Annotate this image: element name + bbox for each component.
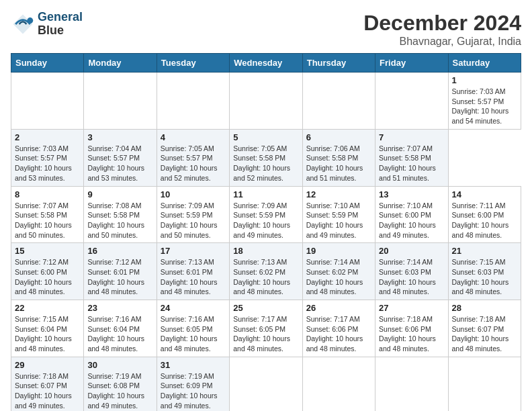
day-number: 5 bbox=[233, 132, 298, 142]
day-content: Sunrise: 7:16 AMSunset: 6:04 PMDaylight:… bbox=[87, 315, 144, 353]
day-number: 8 bbox=[15, 189, 80, 199]
empty-cell bbox=[448, 357, 521, 411]
day-number: 24 bbox=[161, 303, 226, 313]
day-number: 15 bbox=[15, 246, 80, 256]
calendar-week-6: 29Sunrise: 7:18 AMSunset: 6:07 PMDayligh… bbox=[11, 357, 521, 411]
calendar-table: SundayMondayTuesdayWednesdayThursdayFrid… bbox=[11, 53, 521, 411]
day-number: 23 bbox=[87, 303, 152, 313]
day-content: Sunrise: 7:13 AMSunset: 6:02 PMDaylight:… bbox=[233, 258, 290, 295]
logo-text: General Blue bbox=[38, 11, 83, 38]
day-content: Sunrise: 7:19 AMSunset: 6:09 PMDaylight:… bbox=[161, 372, 218, 410]
day-number: 9 bbox=[87, 189, 152, 199]
day-cell-19: 19Sunrise: 7:14 AMSunset: 6:02 PMDayligh… bbox=[302, 243, 375, 300]
day-content: Sunrise: 7:15 AMSunset: 6:04 PMDaylight:… bbox=[15, 315, 72, 353]
empty-cell bbox=[157, 73, 229, 130]
day-content: Sunrise: 7:18 AMSunset: 6:06 PMDaylight:… bbox=[379, 315, 436, 353]
header-tuesday: Tuesday bbox=[157, 54, 229, 73]
day-number: 1 bbox=[452, 75, 517, 85]
day-number: 21 bbox=[452, 246, 517, 256]
day-number: 17 bbox=[161, 246, 226, 256]
day-content: Sunrise: 7:03 AMSunset: 5:57 PMDaylight:… bbox=[15, 144, 72, 182]
month-title: December 2024 bbox=[363, 11, 521, 36]
day-number: 25 bbox=[233, 303, 298, 313]
logo: General Blue bbox=[11, 11, 83, 38]
day-content: Sunrise: 7:14 AMSunset: 6:03 PMDaylight:… bbox=[379, 258, 436, 295]
day-number: 11 bbox=[233, 189, 298, 199]
day-cell-20: 20Sunrise: 7:14 AMSunset: 6:03 PMDayligh… bbox=[375, 243, 448, 300]
day-number: 19 bbox=[306, 246, 371, 256]
day-content: Sunrise: 7:16 AMSunset: 6:05 PMDaylight:… bbox=[161, 315, 218, 353]
day-number: 13 bbox=[379, 189, 444, 199]
logo-icon bbox=[11, 12, 35, 36]
day-content: Sunrise: 7:17 AMSunset: 6:05 PMDaylight:… bbox=[233, 315, 290, 353]
day-content: Sunrise: 7:18 AMSunset: 6:07 PMDaylight:… bbox=[452, 315, 509, 353]
empty-cell bbox=[302, 73, 375, 130]
day-cell-21: 21Sunrise: 7:15 AMSunset: 6:03 PMDayligh… bbox=[448, 243, 521, 300]
day-content: Sunrise: 7:10 AMSunset: 6:00 PMDaylight:… bbox=[379, 201, 436, 239]
header-saturday: Saturday bbox=[448, 54, 521, 73]
day-cell-23: 23Sunrise: 7:16 AMSunset: 6:04 PMDayligh… bbox=[84, 300, 157, 357]
day-content: Sunrise: 7:12 AMSunset: 6:00 PMDaylight:… bbox=[15, 258, 72, 295]
day-number: 6 bbox=[306, 132, 371, 142]
calendar-week-3: 8Sunrise: 7:07 AMSunset: 5:58 PMDaylight… bbox=[11, 186, 521, 243]
calendar-week-4: 15Sunrise: 7:12 AMSunset: 6:00 PMDayligh… bbox=[11, 243, 521, 300]
day-number: 3 bbox=[87, 132, 152, 142]
day-cell-5: 5Sunrise: 7:05 AMSunset: 5:58 PMDaylight… bbox=[230, 129, 302, 186]
day-cell-1: 1Sunrise: 7:03 AMSunset: 5:57 PMDaylight… bbox=[448, 73, 521, 130]
page-header: General Blue December 2024 Bhavnagar, Gu… bbox=[11, 11, 521, 48]
day-content: Sunrise: 7:04 AMSunset: 5:57 PMDaylight:… bbox=[87, 144, 144, 182]
day-cell-31: 31Sunrise: 7:19 AMSunset: 6:09 PMDayligh… bbox=[157, 357, 229, 411]
day-content: Sunrise: 7:18 AMSunset: 6:07 PMDaylight:… bbox=[15, 372, 72, 410]
empty-cell bbox=[230, 73, 302, 130]
day-content: Sunrise: 7:15 AMSunset: 6:03 PMDaylight:… bbox=[452, 258, 509, 295]
day-cell-2: 2Sunrise: 7:03 AMSunset: 5:57 PMDaylight… bbox=[11, 129, 84, 186]
day-content: Sunrise: 7:05 AMSunset: 5:57 PMDaylight:… bbox=[161, 144, 218, 182]
day-cell-30: 30Sunrise: 7:19 AMSunset: 6:08 PMDayligh… bbox=[84, 357, 157, 411]
day-cell-22: 22Sunrise: 7:15 AMSunset: 6:04 PMDayligh… bbox=[11, 300, 84, 357]
day-content: Sunrise: 7:13 AMSunset: 6:01 PMDaylight:… bbox=[161, 258, 218, 295]
day-content: Sunrise: 7:03 AMSunset: 5:57 PMDaylight:… bbox=[452, 87, 509, 125]
day-content: Sunrise: 7:12 AMSunset: 6:01 PMDaylight:… bbox=[87, 258, 144, 295]
day-content: Sunrise: 7:09 AMSunset: 5:59 PMDaylight:… bbox=[161, 201, 218, 239]
calendar-header: SundayMondayTuesdayWednesdayThursdayFrid… bbox=[11, 54, 521, 73]
day-content: Sunrise: 7:10 AMSunset: 5:59 PMDaylight:… bbox=[306, 201, 363, 239]
calendar-week-5: 22Sunrise: 7:15 AMSunset: 6:04 PMDayligh… bbox=[11, 300, 521, 357]
day-cell-3: 3Sunrise: 7:04 AMSunset: 5:57 PMDaylight… bbox=[84, 129, 157, 186]
header-row: SundayMondayTuesdayWednesdayThursdayFrid… bbox=[11, 54, 521, 73]
calendar-week-2: 2Sunrise: 7:03 AMSunset: 5:57 PMDaylight… bbox=[11, 129, 521, 186]
day-number: 28 bbox=[452, 303, 517, 313]
day-number: 4 bbox=[161, 132, 226, 142]
day-number: 16 bbox=[87, 246, 152, 256]
empty-cell bbox=[375, 73, 448, 130]
day-content: Sunrise: 7:19 AMSunset: 6:08 PMDaylight:… bbox=[87, 372, 144, 410]
day-cell-9: 9Sunrise: 7:08 AMSunset: 5:58 PMDaylight… bbox=[84, 186, 157, 243]
title-block: December 2024 Bhavnagar, Gujarat, India bbox=[363, 11, 521, 48]
day-content: Sunrise: 7:05 AMSunset: 5:58 PMDaylight:… bbox=[233, 144, 290, 182]
day-cell-11: 11Sunrise: 7:09 AMSunset: 5:59 PMDayligh… bbox=[230, 186, 302, 243]
calendar-body: 1Sunrise: 7:03 AMSunset: 5:57 PMDaylight… bbox=[11, 73, 521, 412]
day-number: 26 bbox=[306, 303, 371, 313]
day-cell-12: 12Sunrise: 7:10 AMSunset: 5:59 PMDayligh… bbox=[302, 186, 375, 243]
calendar-week-1: 1Sunrise: 7:03 AMSunset: 5:57 PMDaylight… bbox=[11, 73, 521, 130]
day-content: Sunrise: 7:07 AMSunset: 5:58 PMDaylight:… bbox=[379, 144, 436, 182]
day-cell-17: 17Sunrise: 7:13 AMSunset: 6:01 PMDayligh… bbox=[157, 243, 229, 300]
day-cell-7: 7Sunrise: 7:07 AMSunset: 5:58 PMDaylight… bbox=[375, 129, 448, 186]
day-cell-15: 15Sunrise: 7:12 AMSunset: 6:00 PMDayligh… bbox=[11, 243, 84, 300]
header-thursday: Thursday bbox=[302, 54, 375, 73]
day-number: 2 bbox=[15, 132, 80, 142]
empty-cell bbox=[375, 357, 448, 411]
day-cell-29: 29Sunrise: 7:18 AMSunset: 6:07 PMDayligh… bbox=[11, 357, 84, 411]
day-content: Sunrise: 7:06 AMSunset: 5:58 PMDaylight:… bbox=[306, 144, 363, 182]
day-number: 20 bbox=[379, 246, 444, 256]
day-cell-14: 14Sunrise: 7:11 AMSunset: 6:00 PMDayligh… bbox=[448, 186, 521, 243]
day-number: 29 bbox=[15, 360, 80, 370]
day-number: 31 bbox=[161, 360, 226, 370]
day-content: Sunrise: 7:11 AMSunset: 6:00 PMDaylight:… bbox=[452, 201, 509, 239]
day-cell-26: 26Sunrise: 7:17 AMSunset: 6:06 PMDayligh… bbox=[302, 300, 375, 357]
day-number: 27 bbox=[379, 303, 444, 313]
day-number: 7 bbox=[379, 132, 444, 142]
header-sunday: Sunday bbox=[11, 54, 84, 73]
day-cell-4: 4Sunrise: 7:05 AMSunset: 5:57 PMDaylight… bbox=[157, 129, 229, 186]
day-cell-10: 10Sunrise: 7:09 AMSunset: 5:59 PMDayligh… bbox=[157, 186, 229, 243]
day-number: 30 bbox=[87, 360, 152, 370]
